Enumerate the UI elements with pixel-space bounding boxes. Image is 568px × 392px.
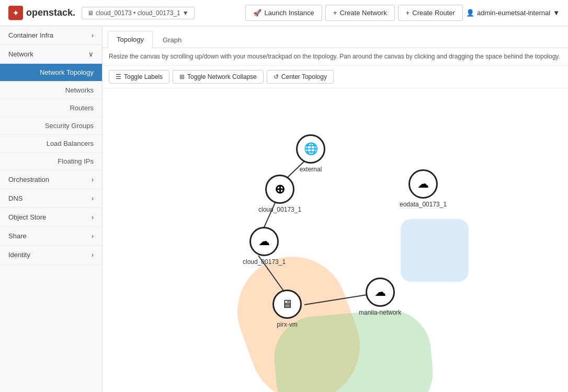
- create-network-button[interactable]: + Create Network: [325, 5, 395, 21]
- chevron-right-icon-obj: ›: [92, 213, 94, 221]
- node-external[interactable]: 🌐 external: [296, 134, 325, 173]
- pirx-vm-circle[interactable]: 🖥: [272, 290, 302, 319]
- chevron-down-icon: ∨: [88, 50, 94, 58]
- eodata-circle[interactable]: ☁: [408, 169, 438, 199]
- pirx-vm-label: pirx-vm: [277, 321, 297, 328]
- navbar: ✦ openstack. 🖥 cloud_00173 • cloud_00173…: [0, 0, 568, 26]
- create-router-button[interactable]: + Create Router: [398, 5, 463, 21]
- cloud-vm-circle[interactable]: ☁: [249, 227, 279, 256]
- brand-logo: ✦: [8, 6, 23, 20]
- sidebar-item-container-infra[interactable]: Container Infra ›: [0, 26, 102, 45]
- main-content: Topology Graph Resize the canvas by scro…: [103, 26, 568, 392]
- cloud-router-label: cloud_00173_1: [258, 206, 301, 213]
- sidebar-item-network[interactable]: Network ∨: [0, 45, 102, 64]
- sidebar-item-load-balancers[interactable]: Load Balancers: [0, 135, 102, 153]
- tab-topology[interactable]: Topology: [108, 31, 153, 48]
- toolbar: ☰ Toggle Labels ⊞ Toggle Network Collaps…: [103, 66, 568, 88]
- node-cloud-vm[interactable]: ☁ cloud_00173_1: [243, 227, 286, 266]
- breadcrumb-text: cloud_00173 • cloud_00173_1: [96, 9, 180, 17]
- sidebar-item-network-topology[interactable]: Network Topology: [0, 64, 102, 82]
- breadcrumb[interactable]: 🖥 cloud_00173 • cloud_00173_1 ▼: [82, 7, 195, 19]
- sidebar-item-orchestration[interactable]: Orchestration ›: [0, 170, 102, 189]
- toggle-collapse-button[interactable]: ⊞ Toggle Network Collapse: [173, 70, 264, 84]
- chevron-right-icon-dns: ›: [92, 194, 94, 202]
- chevron-right-icon: ›: [92, 31, 94, 39]
- navbar-left: ✦ openstack. 🖥 cloud_00173 • cloud_00173…: [8, 6, 195, 20]
- node-cloud-router[interactable]: ⊕ cloud_00173_1: [258, 175, 301, 213]
- chevron-right-icon-orch: ›: [92, 176, 94, 183]
- topology-canvas[interactable]: 🌐 external ⊕ cloud_00173_1 ☁ cloud_00173…: [103, 88, 568, 392]
- user-label: admin-eumetsat-internal: [477, 9, 550, 17]
- user-icon: 👤: [466, 9, 474, 17]
- breadcrumb-arrow: ▼: [183, 9, 189, 17]
- sidebar-item-dns[interactable]: DNS ›: [0, 189, 102, 208]
- cloud-vm-label: cloud_00173_1: [243, 258, 286, 266]
- toggle-labels-button[interactable]: ☰ Toggle Labels: [109, 70, 169, 84]
- eodata-label: eodata_00173_1: [400, 201, 447, 208]
- sidebar-item-identity[interactable]: Identity ›: [0, 246, 102, 264]
- tabs-row: Topology Graph: [103, 26, 568, 48]
- grid-icon: ⊞: [179, 73, 185, 80]
- manila-network-label: manila-network: [359, 309, 401, 316]
- external-node-label: external: [300, 166, 322, 173]
- blob-blue: [401, 219, 469, 282]
- chevron-right-icon-share: ›: [92, 232, 94, 240]
- sidebar-item-security-groups[interactable]: Security Groups: [0, 117, 102, 135]
- plus-icon-network: +: [333, 9, 337, 17]
- cloud-router-circle[interactable]: ⊕: [265, 175, 294, 204]
- external-node-circle[interactable]: 🌐: [296, 134, 325, 164]
- sidebar-item-routers[interactable]: Routers: [0, 99, 102, 117]
- layout: Container Infra › Network ∨ Network Topo…: [0, 26, 568, 392]
- info-bar: Resize the canvas by scrolling up/down w…: [103, 48, 568, 66]
- node-pirx-vm[interactable]: 🖥 pirx-vm: [272, 290, 302, 328]
- manila-network-circle[interactable]: ☁: [366, 278, 395, 307]
- navbar-right: 🚀 Launch Instance + Create Network + Cre…: [245, 5, 560, 21]
- sidebar-item-share[interactable]: Share ›: [0, 227, 102, 246]
- node-manila-network[interactable]: ☁ manila-network: [359, 278, 401, 316]
- breadcrumb-icon: 🖥: [87, 9, 94, 17]
- sidebar-item-object-store[interactable]: Object Store ›: [0, 208, 102, 227]
- user-menu[interactable]: 👤 admin-eumetsat-internal ▼: [466, 9, 560, 17]
- tab-graph[interactable]: Graph: [154, 31, 190, 48]
- user-arrow: ▼: [553, 9, 560, 17]
- rocket-icon: 🚀: [253, 9, 262, 17]
- sidebar-item-networks[interactable]: Networks: [0, 82, 102, 99]
- brand-name: openstack.: [26, 7, 75, 18]
- sidebar-item-floating-ips[interactable]: Floating IPs: [0, 153, 102, 170]
- node-eodata[interactable]: ☁ eodata_00173_1: [400, 169, 447, 208]
- plus-icon-router: +: [406, 9, 410, 17]
- label-icon: ☰: [116, 73, 121, 80]
- chevron-right-icon-identity: ›: [92, 251, 94, 259]
- brand[interactable]: ✦ openstack.: [8, 6, 75, 20]
- launch-instance-button[interactable]: 🚀 Launch Instance: [245, 5, 322, 21]
- sidebar: Container Infra › Network ∨ Network Topo…: [0, 26, 103, 392]
- center-topology-button[interactable]: ↺ Center Topology: [267, 70, 334, 84]
- refresh-icon: ↺: [274, 73, 279, 80]
